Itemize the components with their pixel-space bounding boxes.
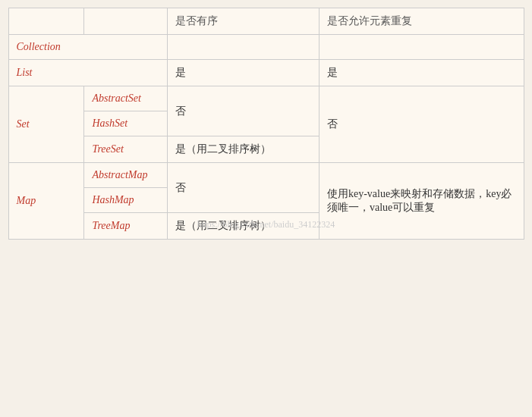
collection-ordered xyxy=(168,35,320,60)
collection-duplicate xyxy=(319,35,524,60)
watermark-text: https://blog.csdn.net/baidu_34122324 xyxy=(197,219,335,230)
collection-row: Collection xyxy=(8,35,524,60)
set-abstractset-row: Set AbstractSet 否 否 xyxy=(8,86,524,111)
header-col1 xyxy=(8,8,84,35)
abstractset-label: AbstractSet xyxy=(84,86,168,111)
list-row: List 是 是 xyxy=(8,60,524,86)
header-row: 是否有序 是否允许元素重复 xyxy=(8,8,524,35)
list-duplicate: 是 xyxy=(319,60,524,86)
list-ordered: 是 xyxy=(168,60,320,86)
treeset-label: TreeSet xyxy=(84,136,168,163)
set-duplicate: 否 xyxy=(319,86,524,163)
collection-label: Collection xyxy=(8,35,168,60)
set-label: Set xyxy=(8,86,84,163)
treemap-label: TreeMap xyxy=(84,213,168,240)
header-col2 xyxy=(84,8,168,35)
hashmap-label: HashMap xyxy=(84,188,168,213)
header-col3: 是否有序 xyxy=(168,8,320,35)
map-ordered: 否 xyxy=(168,163,320,213)
treeset-ordered: 是（用二叉排序树） xyxy=(168,136,320,163)
list-label: List xyxy=(8,60,168,86)
set-ordered: 否 xyxy=(168,86,320,136)
map-label: Map xyxy=(8,163,84,240)
abstractmap-label: AbstractMap xyxy=(84,163,168,188)
comparison-table: 是否有序 是否允许元素重复 Collection List 是 是 Set Ab… xyxy=(8,8,524,240)
table-wrapper: 是否有序 是否允许元素重复 Collection List 是 是 Set Ab… xyxy=(8,8,524,240)
header-col4: 是否允许元素重复 xyxy=(319,8,524,35)
map-abstractmap-row: Map AbstractMap 否 使用key-value来映射和存储数据，ke… xyxy=(8,163,524,188)
hashset-label: HashSet xyxy=(84,111,168,136)
map-duplicate: 使用key-value来映射和存储数据，key必须唯一，value可以重复 xyxy=(319,163,524,240)
